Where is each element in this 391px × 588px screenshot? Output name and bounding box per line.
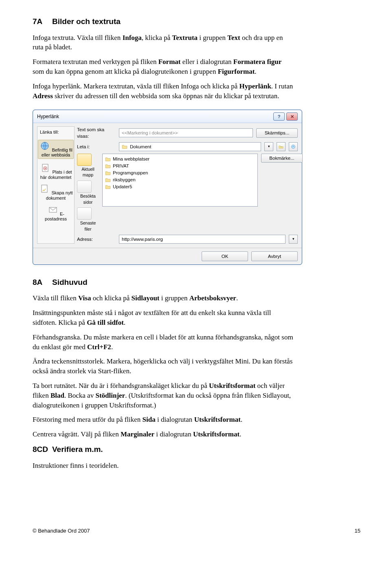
browse-nav: Aktuell mapp Besökta sidor Senaste filer — [77, 154, 99, 232]
para-8a-7: Centrera vågrätt. Välj på fliken Margina… — [33, 429, 293, 439]
dialog-titlebar: Hyperlänk ? ✕ — [33, 110, 302, 123]
link-option-place[interactable]: Plats i det här dokumentet — [38, 163, 73, 180]
footer-page-number: 15 — [355, 527, 360, 535]
link-to-panel: Länka till: Befintlig fil eller webbsida… — [37, 126, 75, 243]
heading-7a: 7ABilder och textruta — [33, 16, 293, 27]
para-7a-3: Infoga hyperlänk. Markera textrutan, väx… — [33, 81, 293, 101]
folder-icon — [105, 156, 111, 162]
ok-button[interactable]: OK — [202, 251, 248, 261]
bookmark-button[interactable]: Bokmärke... — [261, 154, 303, 163]
footer-copyright: © Behandlade Ord 2007 — [33, 527, 90, 535]
screentip-button[interactable]: Skärmtips... — [256, 128, 298, 137]
dialog-title-text: Hyperlänk — [37, 113, 59, 120]
address-field[interactable]: http://www.paris.org — [119, 235, 286, 244]
text-to-display-label: Text som ska visas: — [77, 126, 116, 139]
para-8a-2: Insättningspunkten måste stå i något av … — [33, 308, 293, 328]
svg-point-6 — [292, 145, 295, 148]
folder-icon — [105, 184, 111, 189]
heading-text: Sidhuvud — [52, 278, 88, 286]
heading-text: Verifiera m.m. — [52, 445, 103, 454]
para-8cd-1: Instruktioner finns i teoridelen. — [33, 461, 293, 471]
help-button[interactable]: ? — [273, 112, 285, 121]
link-option-new[interactable]: Skapa nytt dokument — [38, 184, 73, 200]
new-document-icon — [39, 184, 50, 194]
up-folder-icon[interactable] — [277, 142, 286, 151]
cancel-button[interactable]: Avbryt — [251, 251, 298, 261]
list-item[interactable]: Mina webbplatser — [105, 156, 255, 163]
heading-8cd: 8CDVerifiera m.m. — [33, 444, 293, 455]
globe-icon — [39, 141, 51, 151]
folder-icon — [105, 170, 111, 176]
dropdown-icon[interactable]: ▾ — [289, 235, 298, 244]
heading-index: 8CD — [33, 444, 52, 455]
nav-current-folder[interactable]: Aktuell mapp — [77, 154, 99, 178]
para-7a-1: Infoga textruta. Växla till fliken Infog… — [33, 33, 293, 53]
nav-recent-files[interactable]: Senaste filer — [77, 207, 99, 232]
file-list[interactable]: Mina webbplatser PRIVAT Programgruppen r… — [102, 154, 258, 207]
email-icon — [47, 205, 59, 215]
link-option-email[interactable]: E-postadress — [38, 205, 73, 222]
folder-icon — [105, 177, 111, 183]
list-item[interactable]: Updater5 — [105, 183, 255, 190]
folder-icon — [105, 163, 111, 169]
list-item[interactable]: PRIVAT — [105, 163, 255, 170]
para-8a-5: Ta bort rutnätet. När du är i förhandsgr… — [33, 381, 293, 410]
list-item[interactable]: riksbyggen — [105, 176, 255, 183]
browse-web-icon[interactable] — [289, 142, 298, 151]
document-target-icon — [40, 163, 51, 173]
look-in-label: Leta i: — [77, 143, 116, 150]
link-to-label: Länka till: — [38, 129, 59, 135]
hyperlink-dialog: Hyperlänk ? ✕ Länka till: Befintlig fil … — [33, 110, 302, 264]
list-item[interactable]: Programgruppen — [105, 170, 255, 176]
para-8a-6: Förstoring med mera utför du på fliken S… — [33, 415, 293, 425]
address-label: Adress: — [77, 236, 116, 242]
para-8a-1: Växla till fliken Visa och klicka på Sid… — [33, 293, 293, 303]
svg-point-3 — [45, 168, 46, 169]
heading-8a: 8ASidhuvud — [33, 277, 293, 288]
heading-index: 8A — [33, 277, 52, 288]
text-to-display-field[interactable]: <<Markering i dokument>> — [119, 128, 253, 137]
heading-text: Bilder och textruta — [52, 17, 121, 26]
folder-icon — [122, 144, 127, 149]
page-footer: © Behandlade Ord 2007 15 — [33, 527, 360, 535]
heading-index: 7A — [33, 16, 52, 27]
close-button[interactable]: ✕ — [286, 112, 298, 121]
para-7a-2: Formatera textrutan med verktygen på fli… — [33, 57, 293, 77]
dropdown-icon[interactable]: ▾ — [264, 142, 273, 151]
link-option-existing[interactable]: Befintlig fil eller webbsida — [38, 140, 74, 159]
para-8a-4: Ändra teckensnittsstorlek. Markera, höge… — [33, 357, 293, 376]
nav-browsed-pages[interactable]: Besökta sidor — [77, 181, 99, 205]
para-8a-3: Förhandsgranska. Du måste markera en cel… — [33, 333, 293, 352]
look-in-field[interactable]: Dokument — [119, 142, 261, 151]
